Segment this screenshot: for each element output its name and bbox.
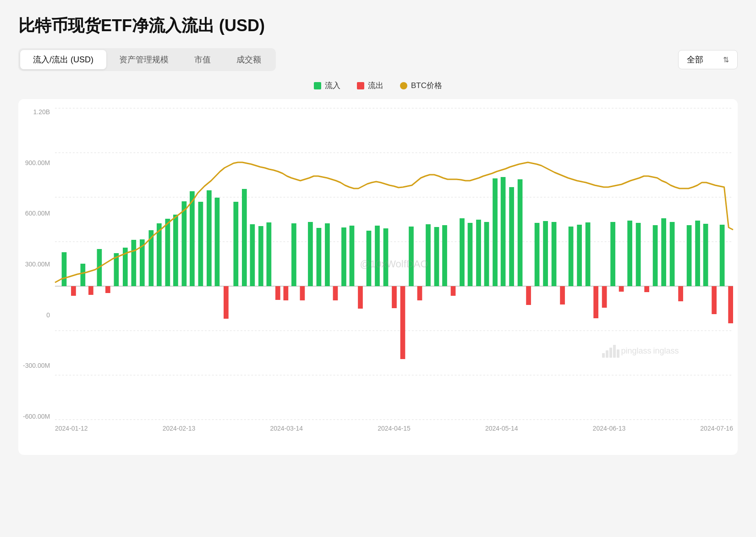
legend-outflow-label: 流出 <box>368 80 383 91</box>
svg-rect-26 <box>250 224 255 286</box>
svg-rect-63 <box>695 221 700 286</box>
svg-rect-37 <box>383 228 389 286</box>
svg-rect-42 <box>460 218 465 286</box>
svg-rect-86 <box>712 286 717 314</box>
x-label-4: 2024-05-14 <box>485 425 518 432</box>
btc-price-color-dot <box>400 82 407 89</box>
svg-rect-35 <box>367 231 372 286</box>
svg-rect-71 <box>284 286 289 300</box>
svg-rect-83 <box>619 286 624 292</box>
svg-rect-47 <box>501 177 506 286</box>
legend-inflow-label: 流入 <box>325 80 340 91</box>
svg-rect-75 <box>392 286 397 308</box>
pinglass-label: pinglass <box>621 346 652 356</box>
svg-rect-72 <box>300 286 305 300</box>
svg-rect-27 <box>258 226 263 286</box>
svg-rect-24 <box>233 202 238 286</box>
svg-rect-56 <box>610 222 615 286</box>
x-label-2: 2024-03-14 <box>270 425 303 432</box>
svg-rect-54 <box>577 225 582 286</box>
pinglass-watermark: pinglass inglass <box>602 344 679 358</box>
svg-rect-32 <box>325 223 330 286</box>
pinglass-bars-icon <box>602 344 619 358</box>
svg-rect-34 <box>350 226 355 286</box>
svg-rect-61 <box>670 222 675 286</box>
tab-volume[interactable]: 成交额 <box>224 50 274 69</box>
x-axis: 2024-01-12 2024-02-13 2024-03-14 2024-04… <box>55 425 733 432</box>
svg-rect-59 <box>653 225 658 286</box>
svg-rect-60 <box>661 218 666 286</box>
svg-rect-58 <box>636 223 641 286</box>
y-label-1: 900.00M <box>25 159 50 166</box>
svg-rect-33 <box>341 227 346 286</box>
svg-rect-70 <box>275 286 280 300</box>
y-label-6: -600.00M <box>23 413 50 420</box>
svg-rect-50 <box>535 223 540 286</box>
svg-rect-18 <box>173 215 178 286</box>
x-label-0: 2024-01-12 <box>55 425 88 432</box>
y-label-0: 1.20B <box>33 108 50 116</box>
svg-rect-85 <box>678 286 683 301</box>
svg-rect-65 <box>720 225 725 286</box>
svg-rect-8 <box>62 252 67 286</box>
svg-rect-22 <box>207 190 212 286</box>
legend-btc-label: BTC价格 <box>411 80 442 91</box>
svg-rect-62 <box>687 225 692 286</box>
svg-rect-48 <box>509 187 514 286</box>
filter-dropdown[interactable]: 全部 ⇅ <box>678 50 738 69</box>
y-label-2: 600.00M <box>25 210 50 217</box>
svg-rect-67 <box>88 286 93 295</box>
chart-svg <box>55 108 733 420</box>
svg-rect-21 <box>198 202 203 286</box>
legend: 流入 流出 BTC价格 <box>18 80 738 91</box>
svg-rect-30 <box>308 222 313 286</box>
y-label-5: -300.00M <box>23 362 50 369</box>
chart-area: 1.20B 900.00M 600.00M 300.00M 0 -300.00M… <box>18 99 738 455</box>
svg-rect-43 <box>468 223 473 286</box>
tab-market-cap[interactable]: 市值 <box>181 50 224 69</box>
svg-rect-49 <box>518 179 523 286</box>
filter-label: 全部 <box>687 54 703 65</box>
svg-rect-29 <box>291 223 296 286</box>
y-axis: 1.20B 900.00M 600.00M 300.00M 0 -300.00M… <box>23 108 50 420</box>
svg-rect-74 <box>358 286 363 309</box>
svg-rect-81 <box>593 286 598 318</box>
svg-rect-80 <box>560 286 565 304</box>
svg-rect-20 <box>190 191 195 286</box>
x-label-1: 2024-02-13 <box>163 425 196 432</box>
y-label-3: 300.00M <box>25 260 50 268</box>
svg-rect-13 <box>131 240 137 286</box>
svg-rect-28 <box>267 222 272 286</box>
svg-rect-57 <box>627 221 632 286</box>
svg-rect-9 <box>81 264 86 286</box>
svg-rect-78 <box>451 286 456 296</box>
svg-rect-41 <box>442 225 447 286</box>
svg-rect-17 <box>165 219 170 286</box>
legend-btc-price: BTC价格 <box>400 80 442 91</box>
svg-rect-79 <box>526 286 531 305</box>
x-label-3: 2024-04-15 <box>378 425 411 432</box>
svg-rect-64 <box>703 224 708 286</box>
svg-rect-66 <box>71 286 76 296</box>
svg-rect-40 <box>434 227 439 286</box>
pinglass-suffix: inglass <box>653 346 679 356</box>
svg-rect-82 <box>602 286 607 308</box>
svg-rect-45 <box>484 222 489 286</box>
svg-rect-69 <box>224 286 229 319</box>
tab-aum[interactable]: 资产管理规模 <box>106 50 181 69</box>
svg-rect-46 <box>493 178 498 286</box>
page-title: 比特币现货ETF净流入流出 (USD) <box>18 15 738 37</box>
chevron-updown-icon: ⇅ <box>723 55 729 64</box>
outflow-color-dot <box>357 82 364 89</box>
svg-rect-38 <box>409 227 414 286</box>
chart-inner: 1.20B 900.00M 600.00M 300.00M 0 -300.00M… <box>55 108 733 420</box>
legend-inflow: 流入 <box>314 80 340 91</box>
svg-rect-55 <box>586 222 591 286</box>
tab-inflow-outflow[interactable]: 流入/流出 (USD) <box>20 50 106 69</box>
x-label-6: 2024-07-16 <box>700 425 733 432</box>
svg-rect-84 <box>644 286 649 292</box>
svg-rect-39 <box>426 224 431 286</box>
svg-rect-36 <box>375 226 380 286</box>
tab-group: 流入/流出 (USD) 资产管理规模 市值 成交额 <box>18 48 276 71</box>
svg-rect-44 <box>476 220 481 286</box>
